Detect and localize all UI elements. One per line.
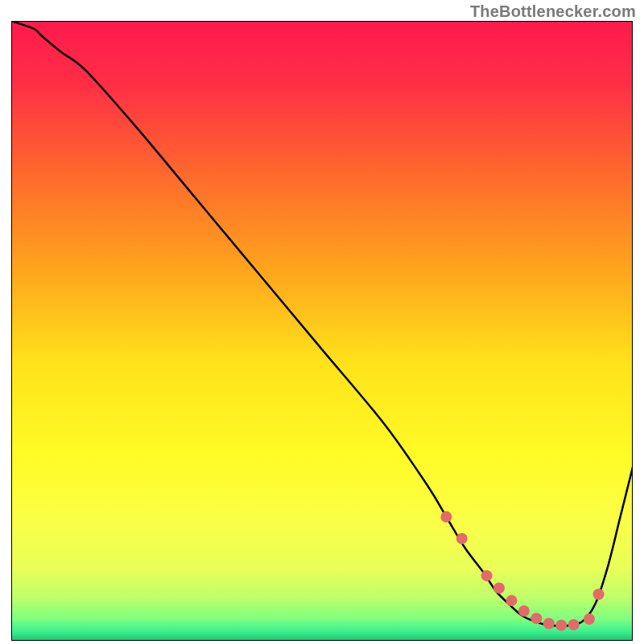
bottleneck-chart — [11, 21, 633, 641]
attribution-label: TheBottlenecker.com — [470, 2, 636, 21]
marker-dot — [440, 511, 452, 522]
marker-dot — [555, 620, 567, 631]
marker-dot — [593, 588, 605, 600]
marker-dot — [481, 570, 493, 581]
gradient-background — [11, 21, 633, 641]
marker-dot — [584, 613, 595, 625]
marker-dot — [493, 583, 505, 594]
marker-dot — [506, 595, 517, 606]
marker-dot — [456, 533, 468, 544]
marker-dot — [543, 617, 555, 629]
marker-dot — [518, 605, 530, 617]
chart-stage: TheBottlenecker.com — [0, 0, 644, 644]
marker-dot — [568, 619, 580, 630]
marker-dot — [530, 613, 542, 624]
